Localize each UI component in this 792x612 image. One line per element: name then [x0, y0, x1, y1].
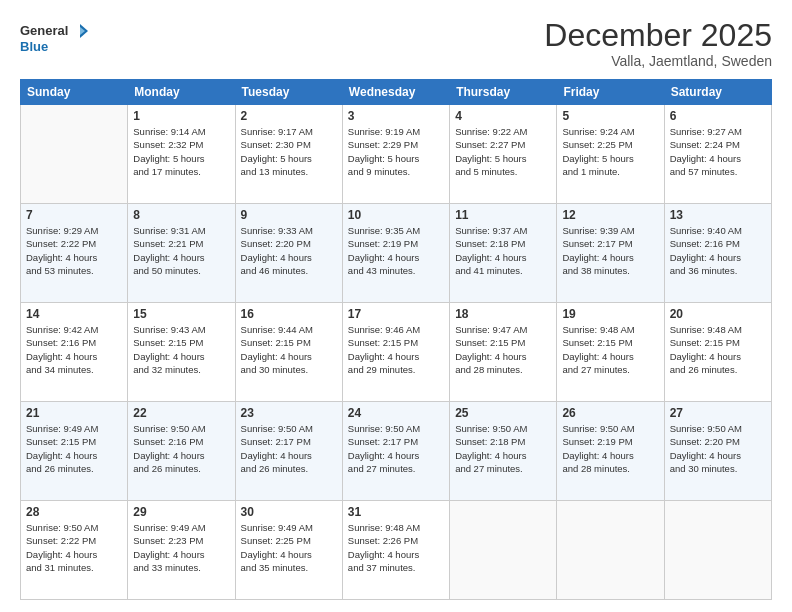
day-cell: 29Sunrise: 9:49 AM Sunset: 2:23 PM Dayli… [128, 501, 235, 600]
day-info: Sunrise: 9:35 AM Sunset: 2:19 PM Dayligh… [348, 224, 444, 277]
day-info: Sunrise: 9:33 AM Sunset: 2:20 PM Dayligh… [241, 224, 337, 277]
day-number: 25 [455, 406, 551, 420]
day-number: 15 [133, 307, 229, 321]
day-cell [557, 501, 664, 600]
day-info: Sunrise: 9:50 AM Sunset: 2:16 PM Dayligh… [133, 422, 229, 475]
day-cell [664, 501, 771, 600]
day-cell: 9Sunrise: 9:33 AM Sunset: 2:20 PM Daylig… [235, 204, 342, 303]
day-cell: 27Sunrise: 9:50 AM Sunset: 2:20 PM Dayli… [664, 402, 771, 501]
day-cell: 7Sunrise: 9:29 AM Sunset: 2:22 PM Daylig… [21, 204, 128, 303]
day-cell: 16Sunrise: 9:44 AM Sunset: 2:15 PM Dayli… [235, 303, 342, 402]
week-row-4: 21Sunrise: 9:49 AM Sunset: 2:15 PM Dayli… [21, 402, 772, 501]
day-cell: 25Sunrise: 9:50 AM Sunset: 2:18 PM Dayli… [450, 402, 557, 501]
day-info: Sunrise: 9:50 AM Sunset: 2:18 PM Dayligh… [455, 422, 551, 475]
day-info: Sunrise: 9:27 AM Sunset: 2:24 PM Dayligh… [670, 125, 766, 178]
day-number: 17 [348, 307, 444, 321]
day-cell: 31Sunrise: 9:48 AM Sunset: 2:26 PM Dayli… [342, 501, 449, 600]
day-cell: 21Sunrise: 9:49 AM Sunset: 2:15 PM Dayli… [21, 402, 128, 501]
day-info: Sunrise: 9:50 AM Sunset: 2:19 PM Dayligh… [562, 422, 658, 475]
day-number: 28 [26, 505, 122, 519]
day-number: 3 [348, 109, 444, 123]
title-block: December 2025 Valla, Jaemtland, Sweden [544, 18, 772, 69]
day-info: Sunrise: 9:49 AM Sunset: 2:15 PM Dayligh… [26, 422, 122, 475]
day-cell: 20Sunrise: 9:48 AM Sunset: 2:15 PM Dayli… [664, 303, 771, 402]
col-header-thursday: Thursday [450, 80, 557, 105]
col-header-tuesday: Tuesday [235, 80, 342, 105]
day-info: Sunrise: 9:49 AM Sunset: 2:25 PM Dayligh… [241, 521, 337, 574]
subtitle: Valla, Jaemtland, Sweden [544, 53, 772, 69]
col-header-sunday: Sunday [21, 80, 128, 105]
day-info: Sunrise: 9:42 AM Sunset: 2:16 PM Dayligh… [26, 323, 122, 376]
week-row-1: 1Sunrise: 9:14 AM Sunset: 2:32 PM Daylig… [21, 105, 772, 204]
header: General Blue December 2025 Valla, Jaemtl… [20, 18, 772, 69]
day-info: Sunrise: 9:48 AM Sunset: 2:26 PM Dayligh… [348, 521, 444, 574]
day-info: Sunrise: 9:50 AM Sunset: 2:17 PM Dayligh… [348, 422, 444, 475]
day-cell: 8Sunrise: 9:31 AM Sunset: 2:21 PM Daylig… [128, 204, 235, 303]
day-info: Sunrise: 9:14 AM Sunset: 2:32 PM Dayligh… [133, 125, 229, 178]
day-cell: 15Sunrise: 9:43 AM Sunset: 2:15 PM Dayli… [128, 303, 235, 402]
day-info: Sunrise: 9:29 AM Sunset: 2:22 PM Dayligh… [26, 224, 122, 277]
col-header-monday: Monday [128, 80, 235, 105]
svg-text:Blue: Blue [20, 39, 48, 54]
day-cell: 22Sunrise: 9:50 AM Sunset: 2:16 PM Dayli… [128, 402, 235, 501]
day-number: 1 [133, 109, 229, 123]
day-info: Sunrise: 9:50 AM Sunset: 2:22 PM Dayligh… [26, 521, 122, 574]
day-number: 26 [562, 406, 658, 420]
day-info: Sunrise: 9:49 AM Sunset: 2:23 PM Dayligh… [133, 521, 229, 574]
day-number: 12 [562, 208, 658, 222]
day-info: Sunrise: 9:44 AM Sunset: 2:15 PM Dayligh… [241, 323, 337, 376]
day-cell: 19Sunrise: 9:48 AM Sunset: 2:15 PM Dayli… [557, 303, 664, 402]
day-number: 5 [562, 109, 658, 123]
day-info: Sunrise: 9:40 AM Sunset: 2:16 PM Dayligh… [670, 224, 766, 277]
day-info: Sunrise: 9:43 AM Sunset: 2:15 PM Dayligh… [133, 323, 229, 376]
day-number: 2 [241, 109, 337, 123]
day-info: Sunrise: 9:50 AM Sunset: 2:17 PM Dayligh… [241, 422, 337, 475]
day-cell: 28Sunrise: 9:50 AM Sunset: 2:22 PM Dayli… [21, 501, 128, 600]
day-info: Sunrise: 9:48 AM Sunset: 2:15 PM Dayligh… [670, 323, 766, 376]
day-cell: 18Sunrise: 9:47 AM Sunset: 2:15 PM Dayli… [450, 303, 557, 402]
calendar-header-row: SundayMondayTuesdayWednesdayThursdayFrid… [21, 80, 772, 105]
day-number: 24 [348, 406, 444, 420]
day-number: 11 [455, 208, 551, 222]
day-cell: 2Sunrise: 9:17 AM Sunset: 2:30 PM Daylig… [235, 105, 342, 204]
day-number: 13 [670, 208, 766, 222]
month-title: December 2025 [544, 18, 772, 53]
day-number: 7 [26, 208, 122, 222]
day-cell: 14Sunrise: 9:42 AM Sunset: 2:16 PM Dayli… [21, 303, 128, 402]
day-number: 30 [241, 505, 337, 519]
day-number: 10 [348, 208, 444, 222]
week-row-5: 28Sunrise: 9:50 AM Sunset: 2:22 PM Dayli… [21, 501, 772, 600]
day-info: Sunrise: 9:22 AM Sunset: 2:27 PM Dayligh… [455, 125, 551, 178]
day-cell: 1Sunrise: 9:14 AM Sunset: 2:32 PM Daylig… [128, 105, 235, 204]
day-cell: 17Sunrise: 9:46 AM Sunset: 2:15 PM Dayli… [342, 303, 449, 402]
day-info: Sunrise: 9:24 AM Sunset: 2:25 PM Dayligh… [562, 125, 658, 178]
day-number: 8 [133, 208, 229, 222]
day-number: 19 [562, 307, 658, 321]
day-info: Sunrise: 9:17 AM Sunset: 2:30 PM Dayligh… [241, 125, 337, 178]
day-cell: 26Sunrise: 9:50 AM Sunset: 2:19 PM Dayli… [557, 402, 664, 501]
day-cell [21, 105, 128, 204]
day-cell: 12Sunrise: 9:39 AM Sunset: 2:17 PM Dayli… [557, 204, 664, 303]
day-cell: 4Sunrise: 9:22 AM Sunset: 2:27 PM Daylig… [450, 105, 557, 204]
day-info: Sunrise: 9:39 AM Sunset: 2:17 PM Dayligh… [562, 224, 658, 277]
day-info: Sunrise: 9:48 AM Sunset: 2:15 PM Dayligh… [562, 323, 658, 376]
day-number: 27 [670, 406, 766, 420]
day-number: 21 [26, 406, 122, 420]
day-number: 16 [241, 307, 337, 321]
day-number: 29 [133, 505, 229, 519]
day-number: 6 [670, 109, 766, 123]
logo-graphic: General Blue [20, 18, 90, 56]
day-number: 22 [133, 406, 229, 420]
logo: General Blue [20, 18, 90, 56]
day-info: Sunrise: 9:31 AM Sunset: 2:21 PM Dayligh… [133, 224, 229, 277]
day-cell: 30Sunrise: 9:49 AM Sunset: 2:25 PM Dayli… [235, 501, 342, 600]
svg-text:General: General [20, 23, 68, 38]
day-info: Sunrise: 9:37 AM Sunset: 2:18 PM Dayligh… [455, 224, 551, 277]
day-info: Sunrise: 9:19 AM Sunset: 2:29 PM Dayligh… [348, 125, 444, 178]
day-info: Sunrise: 9:47 AM Sunset: 2:15 PM Dayligh… [455, 323, 551, 376]
day-cell: 24Sunrise: 9:50 AM Sunset: 2:17 PM Dayli… [342, 402, 449, 501]
col-header-friday: Friday [557, 80, 664, 105]
day-cell: 13Sunrise: 9:40 AM Sunset: 2:16 PM Dayli… [664, 204, 771, 303]
calendar-table: SundayMondayTuesdayWednesdayThursdayFrid… [20, 79, 772, 600]
col-header-saturday: Saturday [664, 80, 771, 105]
